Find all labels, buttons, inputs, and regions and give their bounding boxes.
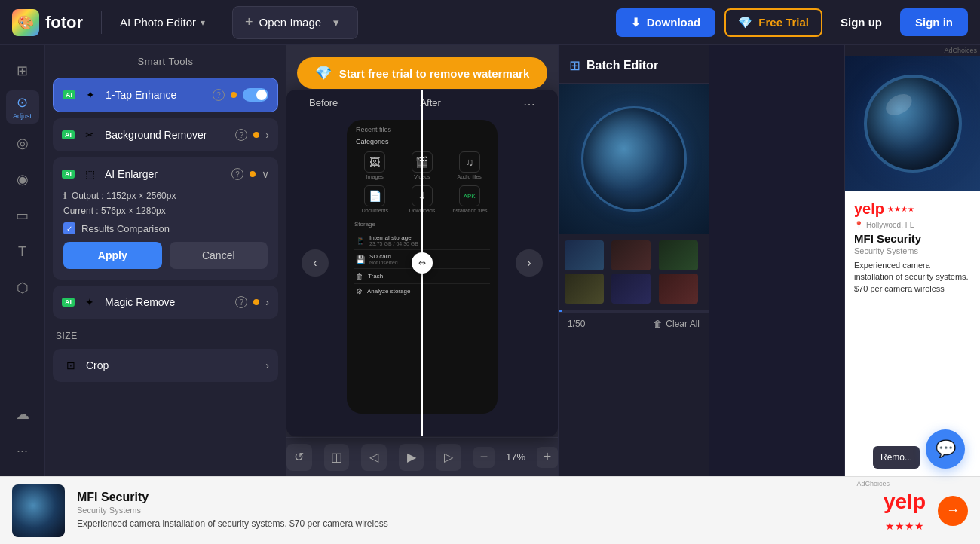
tool-card-ai-enlarger: AI ⬚ AI Enlarger ? ∨ ℹ Output : 1152px ×… <box>53 157 278 280</box>
storage-internal-icon: 📱 <box>356 237 365 245</box>
help-icon-magic[interactable]: ? <box>235 296 247 308</box>
trash-icon: 🗑 <box>356 272 363 280</box>
current-info-row: Current : 576px × 1280px <box>63 206 268 216</box>
comparison-row: ✓ Results Comparison <box>63 222 268 234</box>
prev-frame-button[interactable]: ◁ <box>361 444 387 471</box>
thumb-3 <box>659 240 698 270</box>
sidebar-item-grid[interactable]: ⊞ <box>6 54 39 87</box>
internal-storage-sub: 23.75 GB / 64.30 GB <box>369 241 488 246</box>
batch-editor-panel: ⊞ Batch Editor 1/50 🗑 Clea <box>558 45 709 476</box>
bottom-ad-company: MFI Security <box>77 491 871 504</box>
eye-icon: ◉ <box>17 171 29 188</box>
signup-label: Sign up <box>841 16 882 29</box>
ai-photo-editor-button[interactable]: AI Photo Editor ▾ <box>114 11 211 33</box>
toggle-one-tap-enhance[interactable] <box>243 88 268 102</box>
yelp-logo: yelp <box>854 200 884 218</box>
sidebar-item-adjust[interactable]: ⊙ Adjust <box>6 90 39 124</box>
signup-button[interactable]: Sign up <box>831 10 891 35</box>
canvas-toolbar: ↺ ◫ ◁ ▶ ▷ − 17% + <box>286 437 558 476</box>
undo-button[interactable]: ↺ <box>286 444 312 471</box>
magic-icon: ✦ <box>81 293 99 311</box>
canvas-area: 💎 Start free trial to remove watermark ‹… <box>286 45 558 476</box>
images-label: Images <box>366 174 384 179</box>
help-icon[interactable]: ? <box>213 89 225 101</box>
crop-label: Crop <box>86 359 259 371</box>
open-image-button[interactable]: + Open Image ▾ <box>232 6 358 39</box>
free-trial-button[interactable]: 💎 Free Trial <box>724 8 822 37</box>
ba-dots[interactable]: ⋯ <box>523 97 535 112</box>
bottom-ad-category: Security Systems <box>77 506 871 515</box>
ad-choices-label: AdChoices <box>845 45 980 56</box>
gem-icon: 💎 <box>315 65 332 81</box>
right-section: ⊞ Batch Editor 1/50 🗑 Clea <box>558 45 844 476</box>
help-icon-bg[interactable]: ? <box>235 129 247 141</box>
apply-button[interactable]: Apply <box>63 242 162 269</box>
batch-editor-title: Batch Editor <box>586 59 658 72</box>
dot-indicator <box>231 92 237 98</box>
sidebar-item-effects[interactable]: ◎ <box>6 127 39 160</box>
help-icon-enlarger[interactable]: ? <box>231 168 243 180</box>
results-comparison-checkbox[interactable]: ✓ <box>63 222 75 234</box>
icon-bar: ⊞ ⊙ Adjust ◎ ◉ ▭ T ⬡ ☁ ··· <box>0 45 45 476</box>
chevron-right-icon-crop: › <box>265 359 269 371</box>
sidebar-item-eye[interactable]: ◉ <box>6 163 39 196</box>
sidebar-item-cloud[interactable]: ☁ <box>6 398 39 431</box>
compare-icon: ◫ <box>331 450 342 464</box>
remo-chat-button[interactable]: 💬 <box>926 429 965 469</box>
ad-location: 📍 Hollywood, FL <box>854 221 971 229</box>
ad-image-area <box>845 56 980 191</box>
sidebar-item-people[interactable]: ⬡ <box>6 271 39 304</box>
clear-all-button[interactable]: 🗑 Clear All <box>654 319 700 329</box>
ad-lens-image <box>864 75 962 173</box>
zoom-out-button[interactable]: − <box>473 447 495 468</box>
info-icon: ℹ <box>63 191 67 201</box>
results-comparison-label: Results Comparison <box>81 223 170 234</box>
play-button[interactable]: ▶ <box>399 444 424 471</box>
fotor-logo-icon: 🎨 <box>12 9 39 36</box>
yelp-stars: ★★★★ <box>887 205 914 213</box>
open-image-dropdown-arrow[interactable]: ▾ <box>327 13 345 32</box>
compare-button[interactable]: ◫ <box>324 444 350 471</box>
sidebar-item-text[interactable]: T <box>6 235 39 268</box>
watermark-banner[interactable]: 💎 Start free trial to remove watermark <box>297 57 548 89</box>
audio-label: Audio files <box>458 174 482 179</box>
analyze-name: Analyze storage <box>367 288 488 295</box>
crop-icon: ⊡ <box>62 356 80 374</box>
arrow-right-icon: → <box>946 503 960 518</box>
undo-icon: ↺ <box>294 450 304 464</box>
text-icon: T <box>18 244 26 260</box>
location-pin-icon: 📍 <box>854 221 863 229</box>
tool-header-crop[interactable]: ⊡ Crop › <box>53 349 278 382</box>
plus-icon: + <box>245 14 253 30</box>
tool-header-ai-enlarger[interactable]: AI ⬚ AI Enlarger ? ∨ <box>53 157 278 191</box>
sidebar-item-more[interactable]: ··· <box>6 434 39 467</box>
image-container: ‹ Before After ⋯ Recent files Categories <box>286 89 558 437</box>
bottom-ad-choices: AdChoices <box>856 480 890 487</box>
magic-remove-label: Magic Remove <box>105 296 229 308</box>
signin-button[interactable]: Sign in <box>900 8 968 36</box>
tool-header-one-tap-enhance[interactable]: AI ✦ 1-Tap Enhance ? <box>54 78 277 112</box>
download-button[interactable]: ⬇ Download <box>616 8 716 37</box>
background-remover-label: Background Remover <box>105 129 229 141</box>
images-icon: 🖼 <box>364 151 385 173</box>
sidebar-item-frame[interactable]: ▭ <box>6 199 39 232</box>
chevron-right-icon-bg: › <box>265 129 269 141</box>
tool-header-magic-remove[interactable]: AI ✦ Magic Remove ? › <box>53 286 278 319</box>
ai-photo-editor-label: AI Photo Editor <box>120 16 196 29</box>
next-image-arrow[interactable]: › <box>516 249 543 277</box>
zoom-in-icon: + <box>544 449 552 465</box>
bottom-ad-arrow-button[interactable]: → <box>938 496 968 526</box>
cancel-button[interactable]: Cancel <box>170 242 268 269</box>
divider-handle-circle[interactable]: ⇔ <box>412 252 433 274</box>
signin-label: Sign in <box>915 16 953 29</box>
next-frame-button[interactable]: ▷ <box>436 444 461 471</box>
prev-image-arrow[interactable]: ‹ <box>302 249 329 277</box>
tool-header-background-remover[interactable]: AI ✂ Background Remover ? › <box>53 118 278 151</box>
zoom-out-icon: − <box>480 449 488 465</box>
zoom-in-button[interactable]: + <box>537 447 558 468</box>
batch-preview-image <box>559 84 709 234</box>
play-icon: ▶ <box>407 450 416 464</box>
free-trial-label: Free Trial <box>758 16 809 29</box>
before-label: Before <box>309 97 338 112</box>
dot-indicator-magic <box>253 299 259 305</box>
